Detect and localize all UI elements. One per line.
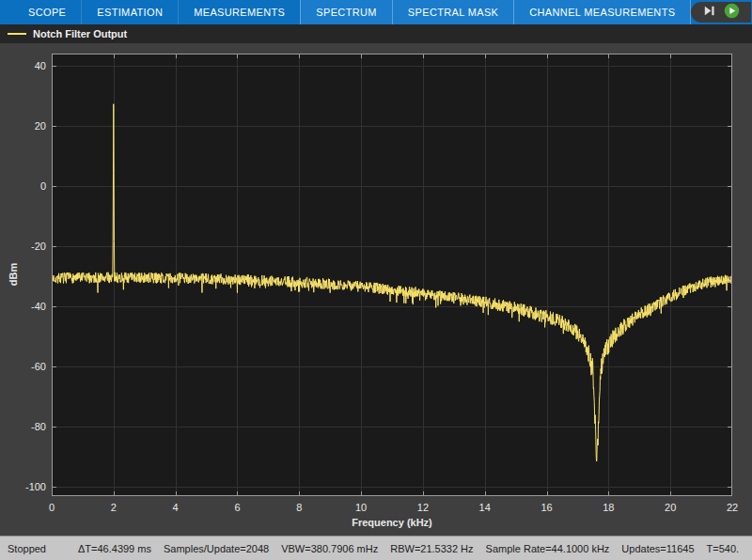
tab-estimation[interactable]: ESTIMATION: [81, 0, 178, 24]
status-vbw: VBW=380.7906 mHz: [281, 543, 378, 554]
run-button[interactable]: [724, 3, 740, 22]
run-icon: [724, 3, 740, 22]
status-sample-rate: Sample Rate=44.1000 kHz: [486, 543, 610, 554]
status-rbw: RBW=21.5332 Hz: [390, 543, 473, 554]
tab-channel-measurements[interactable]: CHANNEL MEASUREMENTS: [513, 0, 691, 24]
x-tick-label: 14: [479, 502, 491, 513]
x-tick-label: 20: [665, 502, 676, 513]
playback-controls: [691, 2, 751, 23]
y-tick-label: -100: [0, 481, 46, 492]
x-tick-label: 0: [49, 502, 55, 513]
status-time: T=540.: [707, 543, 740, 554]
spectrum-analyzer-window: SCOPE ESTIMATION MEASUREMENTS SPECTRUM S…: [0, 0, 752, 560]
y-tick-label: -40: [0, 301, 46, 312]
status-state: Stopped: [8, 543, 46, 554]
y-tick-label: 40: [0, 60, 46, 71]
y-tick-label: 0: [0, 180, 46, 192]
spectrum-plot-canvas[interactable]: [52, 54, 732, 496]
y-tick-label: -60: [0, 361, 46, 372]
y-axis-label: dBm: [8, 263, 19, 286]
status-bar: Stopped ΔT=46.4399 ms Samples/Update=204…: [0, 536, 752, 560]
x-tick-label: 22: [727, 502, 738, 513]
x-tick-label: 2: [111, 502, 117, 513]
legend-bar: Notch Filter Output: [0, 24, 752, 43]
status-updates: Updates=11645: [621, 543, 694, 554]
step-forward-button[interactable]: [702, 4, 716, 21]
y-tick-label: -80: [0, 421, 46, 432]
step-forward-icon: [702, 4, 716, 21]
tab-spectral-mask[interactable]: SPECTRAL MASK: [392, 0, 513, 24]
tab-scope[interactable]: SCOPE: [0, 0, 81, 24]
tab-spectrum[interactable]: SPECTRUM: [300, 0, 392, 24]
x-tick-label: 18: [603, 502, 614, 513]
x-tick-label: 4: [173, 502, 179, 513]
plot-figure: dBm Frequency (kHz) 02468101214161820224…: [0, 43, 752, 536]
x-axis-label: Frequency (kHz): [52, 517, 732, 528]
toolstrip-tabbar: SCOPE ESTIMATION MEASUREMENTS SPECTRUM S…: [0, 0, 752, 24]
x-tick-label: 12: [417, 502, 429, 513]
x-tick-label: 8: [296, 502, 302, 513]
y-tick-label: -20: [0, 241, 46, 252]
tab-measurements[interactable]: MEASUREMENTS: [178, 0, 300, 24]
y-tick-label: 20: [0, 120, 46, 132]
status-samples-per-update: Samples/Update=2048: [164, 543, 269, 554]
status-delta-t: ΔT=46.4399 ms: [78, 543, 151, 554]
x-tick-label: 10: [355, 502, 367, 513]
series-label[interactable]: Notch Filter Output: [33, 28, 127, 39]
x-tick-label: 6: [234, 502, 240, 513]
series-line-swatch: [8, 33, 26, 35]
x-tick-label: 16: [540, 502, 552, 513]
